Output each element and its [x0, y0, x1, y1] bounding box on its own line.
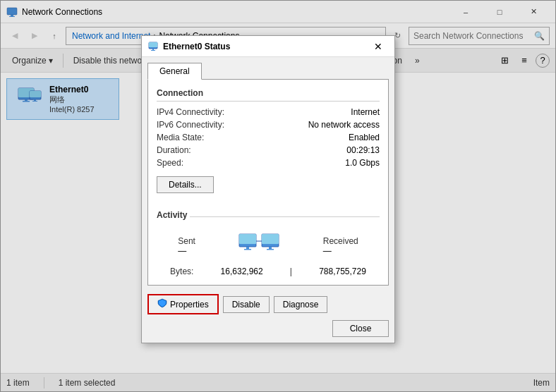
close-dialog-button[interactable]: Close — [332, 320, 389, 337]
activity-line — [190, 216, 380, 217]
ipv6-row: IPv6 Connectivity: No network access — [157, 120, 380, 130]
diagnose-button[interactable]: Diagnose — [274, 296, 328, 313]
bytes-row: Bytes: 16,632,962 | 788,755,729 — [157, 267, 380, 276]
tab-general[interactable]: General — [147, 63, 202, 80]
bytes-received-value: 788,755,729 — [319, 267, 366, 276]
modal-overlay: Ethernet0 Status ✕ General Connection IP… — [0, 0, 556, 392]
connection-divider — [157, 101, 380, 102]
duration-value: 00:29:13 — [346, 145, 380, 155]
svg-rect-16 — [239, 234, 256, 244]
svg-rect-13 — [152, 49, 154, 50]
ipv4-row: IPv4 Connectivity: Internet — [157, 107, 380, 117]
ipv4-label: IPv4 Connectivity: — [157, 107, 224, 117]
sent-dash: — — [178, 246, 186, 256]
main-window: Network Connections – □ ✕ ◀ ▶ ↑ Network … — [0, 0, 556, 392]
received-label: Received — [323, 236, 358, 246]
connection-section-header: Connection — [157, 88, 380, 98]
bytes-separator: | — [290, 267, 292, 276]
dialog-icon — [147, 41, 159, 52]
dialog-action-buttons: Properties Disable Diagnose — [147, 294, 327, 314]
sent-label: Sent — [178, 236, 195, 246]
svg-rect-14 — [151, 50, 155, 51]
disable-label: Disable — [232, 300, 260, 310]
disable-button[interactable]: Disable — [223, 296, 270, 313]
activity-header-row: Activity — [157, 210, 380, 223]
media-state-value: Enabled — [349, 133, 380, 142]
media-state-label: Media State: — [157, 133, 204, 142]
speed-label: Speed: — [157, 158, 183, 168]
dialog-title: Ethernet0 Status — [163, 42, 368, 51]
network-activity-icon — [238, 228, 280, 264]
dialog-titlebar: Ethernet0 Status ✕ — [142, 36, 394, 57]
duration-label: Duration: — [157, 145, 191, 155]
activity-section-header: Activity — [157, 210, 187, 220]
media-state-row: Media State: Enabled — [157, 133, 380, 142]
received-col: Received — — [323, 236, 358, 256]
svg-rect-18 — [244, 249, 251, 250]
shield-icon — [157, 298, 167, 310]
svg-rect-21 — [269, 247, 272, 249]
ipv6-label: IPv6 Connectivity: — [157, 120, 224, 130]
dialog-content: Connection IPv4 Connectivity: Internet I… — [147, 79, 389, 286]
bytes-sent-value: 16,632,962 — [221, 267, 263, 276]
details-button[interactable]: Details... — [157, 176, 214, 193]
properties-button[interactable]: Properties — [147, 294, 219, 314]
received-dash: — — [323, 246, 332, 256]
speed-value: 1.0 Gbps — [345, 158, 380, 168]
dialog-close-button[interactable]: ✕ — [368, 38, 389, 55]
svg-rect-17 — [246, 247, 249, 249]
svg-rect-22 — [267, 249, 274, 250]
activity-content: Sent — — [157, 228, 380, 264]
duration-row: Duration: 00:29:13 — [157, 145, 380, 155]
dialog-tabs: General — [142, 57, 394, 79]
ipv6-value: No network access — [308, 120, 380, 130]
dialog-action-row: Properties Disable Diagnose — [142, 291, 394, 320]
ipv4-value: Internet — [351, 107, 380, 117]
ethernet-status-dialog: Ethernet0 Status ✕ General Connection IP… — [141, 35, 395, 343]
svg-rect-12 — [149, 42, 157, 47]
properties-label: Properties — [170, 300, 209, 310]
diagnose-label: Diagnose — [283, 300, 319, 310]
bytes-label: Bytes: — [170, 267, 193, 276]
sent-col: Sent — — [178, 236, 195, 256]
svg-rect-20 — [262, 234, 279, 244]
speed-row: Speed: 1.0 Gbps — [157, 158, 380, 168]
activity-section: Activity Sent — — [157, 210, 380, 276]
dialog-close-row: Close — [142, 320, 394, 343]
